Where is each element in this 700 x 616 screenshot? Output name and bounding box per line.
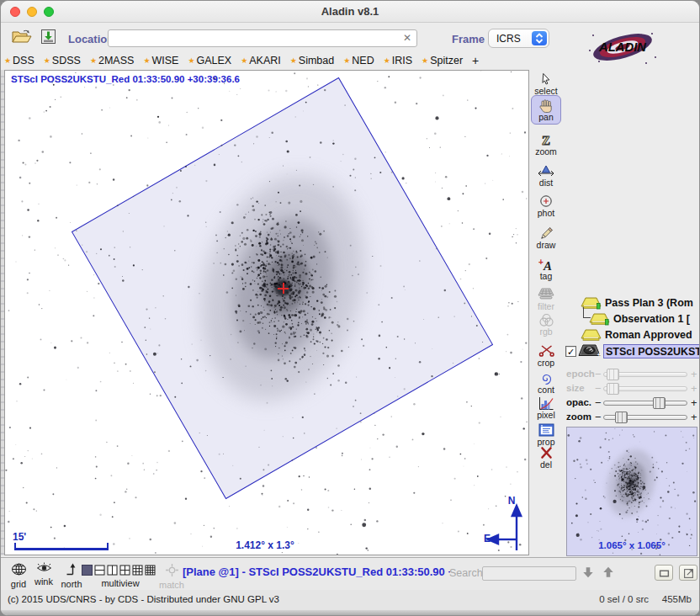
- stack-plane-row[interactable]: ✓+STScI POSS2UKST: [563, 343, 700, 358]
- multiview-two-cols-icon[interactable]: [107, 564, 118, 579]
- frame-select[interactable]: ICRS: [488, 29, 549, 48]
- slider-minus[interactable]: −: [595, 396, 602, 409]
- slider-minus[interactable]: −: [595, 411, 602, 423]
- wink-button[interactable]: wink: [31, 562, 56, 587]
- slider-label: size: [566, 383, 585, 393]
- hand-icon: [532, 98, 560, 113]
- target-reticle-icon: [283, 283, 284, 294]
- tool-column: selectpanZzoomdistphotdraw+Atagfilterrgb…: [529, 70, 563, 555]
- slider-track: [603, 372, 687, 377]
- current-plane-title: STScI POSS2UKSTU_Red 01:33:50.90 +30:39:…: [11, 74, 240, 84]
- zoom-tool-button[interactable]: Zzoom: [529, 133, 563, 157]
- search-next-icon[interactable]: [602, 566, 615, 582]
- slider-thumb: [607, 383, 619, 395]
- plane-visibility-checkbox[interactable]: ✓: [565, 346, 576, 357]
- server-tab-ned[interactable]: ★NED: [343, 55, 374, 66]
- phot-tool-button[interactable]: phot: [529, 194, 563, 218]
- image-plane-icon: +: [578, 344, 602, 361]
- stack-plane-label[interactable]: Observation 1 [: [613, 313, 690, 325]
- slider-plus[interactable]: +: [691, 396, 697, 409]
- tab-star-icon: ★: [384, 56, 390, 65]
- slider-track: [603, 386, 687, 391]
- search-input[interactable]: [482, 566, 576, 581]
- slider-plus[interactable]: +: [691, 411, 697, 423]
- slider-label: epoch: [566, 369, 595, 379]
- crop-tool-button[interactable]: crop: [529, 344, 563, 368]
- stepper-chevrons-icon[interactable]: [532, 31, 547, 45]
- stack-plane-row[interactable]: Roman Approved: [563, 328, 700, 343]
- open-folder-icon[interactable]: [12, 29, 32, 48]
- server-tab-iris[interactable]: ★IRIS: [384, 55, 412, 66]
- scale-bar: [14, 543, 109, 550]
- del-tool-button[interactable]: del: [529, 446, 563, 470]
- tab-star-icon: ★: [4, 56, 11, 65]
- svg-text:ALADIN: ALADIN: [598, 40, 647, 54]
- search-prev-icon[interactable]: [581, 566, 595, 582]
- multiview-two-rows-icon[interactable]: [94, 564, 105, 579]
- tab-star-icon: ★: [241, 56, 247, 65]
- tag-tool-button[interactable]: +Atag: [529, 258, 563, 281]
- compass-icon: [481, 498, 529, 555]
- server-tab-galex[interactable]: ★GALEX: [188, 55, 231, 66]
- server-tab-dss[interactable]: ★DSS: [4, 55, 34, 66]
- load-file-icon[interactable]: [40, 29, 56, 48]
- multiview-grid-2x2-icon[interactable]: [119, 564, 130, 579]
- cont-tool-button[interactable]: cont: [529, 371, 563, 395]
- multiview-grid-3x3-icon[interactable]: [132, 564, 143, 579]
- window-title: Aladin v8.1: [1, 5, 699, 18]
- draw-tool-button[interactable]: draw: [529, 226, 563, 250]
- slider-thumb[interactable]: [653, 397, 666, 409]
- compass-east-label: E: [481, 533, 493, 544]
- slider-thumb[interactable]: [615, 412, 628, 423]
- dist-tool-button[interactable]: dist: [529, 164, 563, 188]
- multiview-single-view-icon[interactable]: [82, 564, 93, 579]
- north-button[interactable]: north: [59, 562, 84, 589]
- server-tab-wise[interactable]: ★WISE: [143, 55, 178, 66]
- thumbnail-view[interactable]: 1.065° x 1.065°: [566, 427, 697, 556]
- add-server-tab[interactable]: +: [472, 54, 479, 67]
- server-tabs: ★DSS★SDSS★2MASS★WISE★GALEX★AKARI★Simbad★…: [4, 52, 479, 69]
- selection-count: 0 sel / 0 src: [599, 594, 649, 604]
- select-tool-button[interactable]: select: [529, 72, 563, 96]
- server-tab-label: WISE: [151, 55, 178, 66]
- server-tab-label: AKARI: [249, 55, 281, 66]
- aladin-logo-icon: ALADIN: [586, 28, 660, 66]
- server-tab-2mass[interactable]: ★2MASS: [90, 55, 134, 66]
- server-tab-akari[interactable]: ★AKARI: [241, 55, 281, 66]
- stack-plane-label[interactable]: Pass Plan 3 (Rom: [605, 297, 693, 309]
- tool-label: draw: [529, 241, 563, 250]
- location-input[interactable]: [108, 29, 417, 47]
- selected-plane-status[interactable]: [Plane @1] - STScI POSS2UKSTU_Red 01:33:…: [183, 566, 450, 578]
- server-tab-spitzer[interactable]: ★Spitzer: [422, 55, 463, 66]
- slider-track[interactable]: [603, 401, 687, 406]
- stack-plane-row[interactable]: Observation 1 [: [563, 312, 700, 327]
- collapse-panel-button[interactable]: [655, 565, 673, 581]
- multiview-group: multiview: [82, 564, 162, 588]
- slider-track[interactable]: [603, 415, 687, 420]
- slider-minus: −: [595, 382, 602, 395]
- frame-value: ICRS: [496, 33, 521, 45]
- zoom-slider-row: zoom−+: [563, 411, 700, 423]
- grid-button[interactable]: grid: [6, 562, 31, 589]
- pixel-tool-button[interactable]: pixel: [529, 396, 563, 420]
- thumbnail-starfield: [567, 427, 697, 555]
- tool-label: pan: [532, 113, 560, 122]
- clear-location-icon[interactable]: ✕: [403, 32, 411, 44]
- stack-plane-label[interactable]: Roman Approved: [605, 329, 692, 341]
- aladin-window: Aladin v8.1 Location ✕ Frame ICRS: [0, 0, 700, 616]
- server-tab-simbad[interactable]: ★Simbad: [290, 55, 334, 66]
- left-splitter[interactable]: [1, 70, 4, 555]
- multiview-grid-4x4-icon[interactable]: [145, 564, 156, 579]
- sky-view[interactable]: STScI POSS2UKSTU_Red 01:33:50.90 +30:39:…: [4, 70, 529, 555]
- tool-label: del: [529, 460, 563, 470]
- server-tab-sdss[interactable]: ★SDSS: [44, 55, 81, 66]
- tab-star-icon: ★: [44, 56, 50, 65]
- prop-tool-button[interactable]: prop: [529, 423, 563, 447]
- search-label: Search: [449, 567, 483, 579]
- svg-text:A: A: [543, 259, 552, 272]
- detach-window-button[interactable]: [679, 565, 697, 581]
- tag-icon: +A: [529, 258, 563, 272]
- stack-plane-label[interactable]: STScI POSS2UKST: [603, 344, 700, 358]
- tab-star-icon: ★: [143, 56, 150, 65]
- pan-tool-button[interactable]: pan: [531, 95, 561, 125]
